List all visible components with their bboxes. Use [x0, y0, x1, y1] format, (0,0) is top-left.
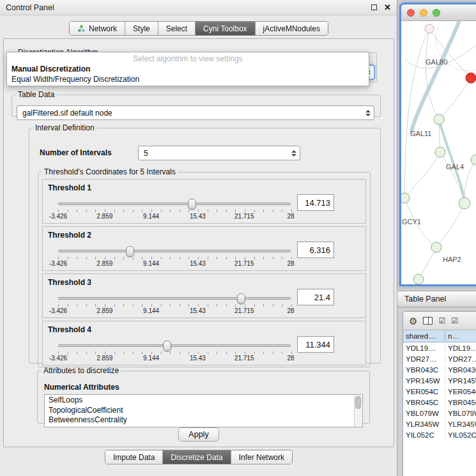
network-node-selected[interactable] [466, 73, 476, 83]
threshold-value-input[interactable] [297, 336, 334, 353]
tab-jactivemnodules[interactable]: jActiveMNodules [256, 22, 328, 35]
settings-gear-icon[interactable]: ⚙ [409, 316, 417, 326]
network-node[interactable] [431, 242, 441, 252]
attribute-item[interactable]: SelfLoops [49, 395, 362, 406]
tab-network[interactable]: Network [70, 22, 125, 35]
select-all-columns-icon[interactable]: ☑ [438, 317, 445, 325]
slider-scale: -3.4262.8599.14415.4321.71528 [58, 213, 291, 220]
columns-icon[interactable] [423, 317, 433, 325]
table-row[interactable]: YBR043CYBR043C [403, 364, 476, 375]
tab-infer-network[interactable]: Infer Network [231, 450, 292, 464]
network-canvas[interactable]: GAL80GAL11GAL4GCY1HAP2 [401, 21, 476, 284]
threshold-slider-track[interactable] [58, 297, 291, 300]
network-node-label: HAP2 [443, 256, 461, 263]
tab-select[interactable]: Select [158, 22, 196, 35]
network-node[interactable] [401, 193, 410, 203]
threshold-value-input[interactable] [297, 242, 334, 258]
network-edge [436, 203, 464, 247]
table-data-combo-value: galFiltered.sif default node [22, 109, 112, 118]
slider-scale-label: 28 [287, 260, 294, 267]
table-row[interactable]: YER054CYER054C [403, 386, 476, 397]
table-row[interactable]: YBR045CYBR045C [403, 397, 476, 408]
threshold-label: Threshold 4 [48, 325, 91, 334]
column-header-shared-name[interactable]: shared… [403, 330, 445, 342]
zoom-traffic-light-icon[interactable] [433, 9, 440, 17]
threshold-slider-track[interactable] [58, 203, 291, 205]
table-panel-title: Table Panel [404, 295, 446, 303]
threshold-label: Threshold 1 [48, 183, 91, 192]
tab-style[interactable]: Style [125, 22, 158, 35]
threshold-slider-thumb[interactable] [126, 246, 134, 257]
tab-cyni-toolbox[interactable]: Cyni Toolbox [196, 22, 255, 35]
table-data-combo[interactable]: galFiltered.sif default node [17, 105, 374, 120]
threshold-slider-track[interactable] [58, 344, 291, 347]
slider-scale-label: 28 [287, 213, 294, 220]
table-row[interactable]: YBL079WYBL079W [403, 408, 476, 418]
tab-discretize-data[interactable]: Discretize Data [163, 450, 231, 464]
threshold-panel: Threshold 3-3.4262.8599.14415.4321.71528 [42, 273, 366, 318]
slider-scale-label: 28 [287, 307, 294, 314]
network-edge [439, 78, 471, 119]
threshold-slider-thumb[interactable] [237, 293, 245, 304]
scrollbar-thumb[interactable] [355, 396, 361, 409]
bottom-tab-bar: Impute DataDiscretize DataInfer Network [0, 450, 397, 464]
list-scrollbar[interactable] [354, 395, 362, 427]
threshold-value-input[interactable] [297, 194, 334, 211]
table-row[interactable]: YLR345WYLR345W [403, 418, 476, 429]
slider-scale-label: 2.859 [96, 355, 112, 362]
slider-scale-label: 2.859 [96, 260, 112, 267]
top-tab-segments: NetworkStyleSelectCyni ToolboxjActiveMNo… [69, 21, 328, 36]
network-node[interactable] [413, 274, 424, 284]
attribute-item[interactable]: TopologicalCoefficient [49, 406, 362, 416]
cell-name: YBL079W [445, 410, 476, 417]
cell-shared-name: YBL079W [403, 410, 445, 417]
number-of-intervals-combo[interactable]: 5 [138, 146, 300, 160]
table-row[interactable]: YDL19…YDL19… [403, 342, 476, 353]
cell-name: YBR043C [445, 366, 476, 374]
threshold-value-input[interactable] [297, 289, 334, 305]
slider-scale-label: 2.859 [96, 213, 112, 220]
tab-impute-data[interactable]: Impute Data [105, 450, 163, 464]
threshold-slider-track[interactable] [58, 250, 291, 252]
table-row[interactable]: YDR27…YDR27… [403, 353, 476, 364]
close-traffic-light-icon[interactable] [407, 9, 415, 17]
tab-label: Infer Network [239, 453, 284, 462]
threshold-slider-thumb[interactable] [188, 199, 196, 210]
slider-scale-label: 9.144 [143, 355, 159, 362]
threshold-slider-thumb[interactable] [163, 341, 171, 351]
control-panel-window: Control Panel ✕ NetworkStyleSelectCyni T… [0, 0, 397, 476]
network-node[interactable] [435, 147, 445, 157]
slider-scale: -3.4262.8599.14415.4321.71528 [58, 260, 291, 268]
threshold-label: Threshold 2 [48, 231, 91, 240]
network-node[interactable] [434, 114, 444, 125]
network-node-label: GAL11 [410, 130, 431, 137]
table-panel-header: Table Panel [397, 291, 476, 307]
select-all-rows-icon[interactable]: ☑ [451, 317, 458, 325]
slider-ticks [58, 351, 292, 354]
table-header-row: shared… n… [403, 330, 476, 342]
close-icon[interactable]: ✕ [384, 3, 391, 12]
tab-label: Network [89, 24, 117, 33]
dropdown-option-equal-width-frequency-discretization[interactable]: Equal Width/Frequency Discretization [7, 74, 369, 84]
group-title-interval-definition: Interval Definition [33, 123, 96, 132]
cell-shared-name: YIL052C [403, 431, 445, 439]
dropdown-option-manual-discretization[interactable]: Manual Discretization [7, 64, 369, 74]
network-node-label: GAL80 [426, 58, 447, 66]
network-node[interactable] [425, 24, 434, 33]
apply-button[interactable]: Apply [178, 427, 219, 441]
threshold-panel: Threshold 2-3.4262.8599.14415.4321.71528 [42, 226, 366, 271]
combo-arrows-icon [291, 150, 296, 157]
network-node[interactable] [471, 155, 476, 165]
attribute-item[interactable]: BetweennessCentrality [49, 415, 362, 426]
float-window-icon[interactable] [371, 4, 377, 10]
column-header-name[interactable]: n… [445, 330, 476, 342]
slider-scale-label: 9.144 [143, 260, 159, 267]
window-title: Control Panel [6, 3, 371, 12]
network-node[interactable] [459, 197, 470, 209]
slider-scale: -3.4262.8599.14415.4321.71528 [58, 307, 291, 315]
table-row[interactable]: YPR145WYPR145W [403, 375, 476, 386]
table-row[interactable]: YIL052CYIL052C [403, 429, 476, 440]
minimize-traffic-light-icon[interactable] [420, 9, 427, 17]
table-toolbar: ⚙ ☑ ☑ [403, 312, 476, 330]
threshold-panel: Threshold 4-3.4262.8599.14415.4321.71528 [42, 321, 366, 365]
